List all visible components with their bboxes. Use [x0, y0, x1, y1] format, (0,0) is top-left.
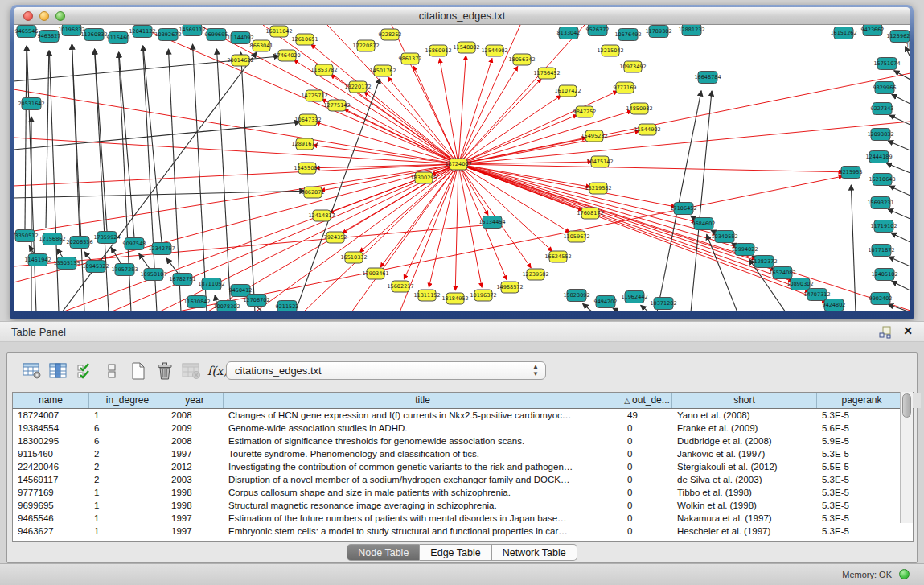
table-cell-out_degree[interactable]: 0 — [622, 525, 672, 538]
table-row[interactable]: 911546021997Tourette syndrome. Phenomeno… — [13, 447, 913, 460]
table-cell-pagerank[interactable]: 5.6E-5 — [817, 422, 907, 435]
graph-node[interactable]: 10371282 — [650, 298, 676, 310]
zoom-window-button[interactable] — [55, 11, 65, 21]
table-cell-title[interactable]: Changes of HCN gene expression and I(f) … — [224, 409, 622, 422]
graph-node[interactable]: 14725712 — [301, 90, 327, 101]
table-cell-in_degree[interactable]: 1 — [89, 512, 166, 525]
table-scrollbar[interactable] — [900, 392, 913, 523]
table-cell-year[interactable]: 2009 — [166, 422, 224, 435]
graph-node[interactable]: 18300295 — [410, 172, 437, 183]
graph-node[interactable]: 10973492 — [619, 61, 646, 72]
table-cell-name[interactable]: 9699695 — [13, 499, 89, 512]
graph-node[interactable]: 11789302 — [645, 26, 671, 38]
graph-node[interactable]: 16782751 — [169, 274, 195, 286]
graph-node[interactable]: 12239582 — [522, 269, 548, 280]
graph-node[interactable]: 12405102 — [871, 269, 897, 281]
graph-node[interactable]: 9862871 — [302, 187, 325, 198]
graph-node[interactable]: 16811042 — [265, 26, 292, 37]
graph-node[interactable]: 16151262 — [830, 27, 856, 39]
graph-node[interactable]: 9699695 — [205, 29, 228, 41]
graph-node[interactable]: 12444189 — [865, 151, 892, 163]
table-cell-title[interactable]: Estimation of the future numbers of pati… — [224, 512, 622, 525]
column-header-short[interactable]: short — [672, 393, 817, 408]
graph-node[interactable]: 9329966 — [873, 82, 897, 94]
graph-node[interactable]: 9684602 — [692, 218, 716, 230]
graph-node[interactable]: 10196372 — [470, 290, 496, 301]
close-panel-icon[interactable]: ✕ — [903, 324, 913, 337]
table-cell-pagerank[interactable]: 5.3E-5 — [817, 473, 907, 486]
graph-node[interactable]: 14988572 — [496, 282, 523, 293]
graph-node[interactable]: 11451942 — [24, 254, 51, 266]
graph-node[interactable]: 16648784 — [694, 72, 721, 84]
graph-node[interactable]: 18056342 — [508, 54, 535, 65]
graph-node[interactable]: 10340552 — [711, 231, 737, 243]
table-row[interactable]: 977716911998Corpus callosum shape and si… — [13, 486, 913, 499]
table-cell-in_degree[interactable]: 1 — [89, 525, 166, 538]
tab-edge-table[interactable]: Edge Table — [420, 544, 491, 561]
table-cell-title[interactable]: Estimation of significance thresholds fo… — [224, 435, 622, 447]
graph-node[interactable]: 16524082 — [769, 267, 795, 279]
graph-node[interactable]: 10771872 — [868, 245, 894, 257]
table-cell-in_degree[interactable]: 1 — [89, 486, 166, 499]
graph-node[interactable]: 10078302 — [213, 301, 240, 312]
scrollbar-thumb[interactable] — [902, 393, 911, 418]
table-cell-year[interactable]: 1998 — [166, 486, 224, 499]
table-cell-name[interactable]: 19384554 — [13, 422, 89, 435]
graph-node[interactable]: 9861372 — [399, 53, 422, 64]
graph-node[interactable]: 16860912 — [425, 45, 451, 56]
float-panel-icon[interactable] — [879, 326, 892, 339]
table-row[interactable]: 1872400712008Changes of HCN gene express… — [13, 409, 913, 422]
network-view-window[interactable]: citations_edges.txt 94655469463627101968… — [10, 5, 914, 319]
table-selector-dropdown[interactable]: citations_edges.txt ▲▼ — [226, 361, 546, 380]
table-cell-out_degree[interactable]: 0 — [622, 486, 672, 499]
table-cell-title[interactable]: Tourette syndrome. Phenomenology and cla… — [224, 447, 622, 460]
network-canvas[interactable]: 9465546946362710196832112608329115460120… — [14, 25, 910, 311]
table-cell-in_degree[interactable]: 1 — [89, 499, 166, 512]
graph-node[interactable]: 15495232 — [581, 130, 607, 142]
graph-node[interactable]: 20014622 — [227, 55, 253, 66]
column-header-name[interactable]: name — [13, 393, 89, 408]
graph-node[interactable]: 11853782 — [310, 64, 337, 76]
table-cell-short[interactable]: Wolkin et al. (1998) — [672, 499, 817, 512]
table-cell-pagerank[interactable]: 5.3E-5 — [817, 512, 907, 525]
graph-node[interactable]: 11260832 — [80, 29, 107, 41]
selection-mode-button[interactable] — [72, 359, 98, 383]
graph-node[interactable]: 17220872 — [352, 40, 379, 51]
graph-node[interactable]: 11719102 — [870, 220, 897, 233]
graph-node[interactable]: 13219582 — [585, 183, 611, 194]
graph-node[interactable]: 12156862 — [39, 233, 65, 245]
table-cell-pagerank[interactable]: 5.9E-5 — [817, 435, 907, 447]
graph-node[interactable]: 10945322 — [82, 261, 109, 273]
table-cell-short[interactable]: Franke et al. (2009) — [672, 422, 817, 435]
table-cell-short[interactable]: de Silva et al. (2003) — [672, 473, 817, 486]
table-row[interactable]: 946554611997Estimation of the future num… — [13, 512, 913, 525]
table-cell-name[interactable]: 18724007 — [13, 409, 89, 422]
graph-node[interactable]: 17359924 — [93, 232, 120, 244]
graph-node[interactable]: 9115460 — [107, 32, 130, 44]
table-cell-year[interactable]: 1997 — [166, 512, 224, 525]
show-columns-button[interactable] — [45, 359, 72, 383]
table-cell-name[interactable]: 9777169 — [13, 486, 89, 499]
table-cell-out_degree[interactable]: 0 — [622, 447, 672, 460]
graph-node[interactable]: 8215953 — [840, 167, 863, 179]
graph-node[interactable]: 9465546 — [15, 26, 39, 38]
table-row[interactable]: 1938455462009Genome-wide association stu… — [13, 422, 913, 435]
graph-node[interactable]: 10576492 — [614, 29, 641, 41]
graph-node[interactable]: 13505135 — [53, 257, 80, 270]
table-cell-year[interactable]: 2008 — [166, 435, 224, 447]
graph-node[interactable]: 11311152 — [413, 290, 440, 301]
table-cell-out_degree[interactable]: 0 — [622, 512, 672, 525]
graph-node[interactable]: 8663041 — [250, 40, 273, 51]
table-cell-name[interactable]: 9115460 — [13, 447, 89, 460]
graph-node[interactable]: 11548082 — [453, 42, 479, 53]
table-row[interactable]: 946362711997Embryonic stem cells: a mode… — [13, 525, 913, 538]
graph-node[interactable]: 11059672 — [563, 231, 589, 242]
graph-node[interactable]: 16210643 — [869, 174, 895, 186]
graph-node[interactable]: 12706702 — [243, 295, 269, 307]
graph-node[interactable]: 12544902 — [481, 45, 507, 56]
graph-node[interactable]: 15134454 — [478, 216, 505, 229]
graph-node[interactable]: 17464020 — [273, 50, 300, 61]
graph-node[interactable]: 15751074 — [873, 58, 900, 70]
minimize-window-button[interactable] — [39, 11, 49, 21]
table-cell-year[interactable]: 2003 — [166, 473, 224, 486]
